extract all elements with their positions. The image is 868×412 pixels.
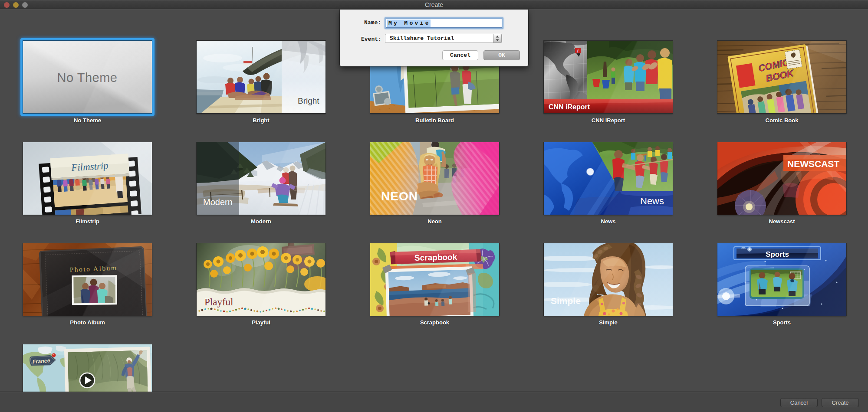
- svg-text:Filmstrip: Filmstrip: [70, 160, 108, 173]
- svg-text:CNN iReport: CNN iReport: [549, 103, 590, 111]
- svg-text:Simple: Simple: [551, 296, 581, 306]
- svg-text:Playful: Playful: [204, 297, 233, 307]
- svg-text:NEON: NEON: [381, 190, 418, 203]
- svg-text:i: i: [577, 49, 579, 53]
- svg-text:Sports: Sports: [766, 250, 789, 258]
- svg-text:Bright: Bright: [298, 96, 319, 105]
- svg-text:Modern: Modern: [203, 197, 233, 207]
- svg-text:Scrapbook: Scrapbook: [414, 252, 457, 262]
- svg-text:NEWSCAST: NEWSCAST: [787, 159, 839, 169]
- svg-text:News: News: [640, 196, 664, 206]
